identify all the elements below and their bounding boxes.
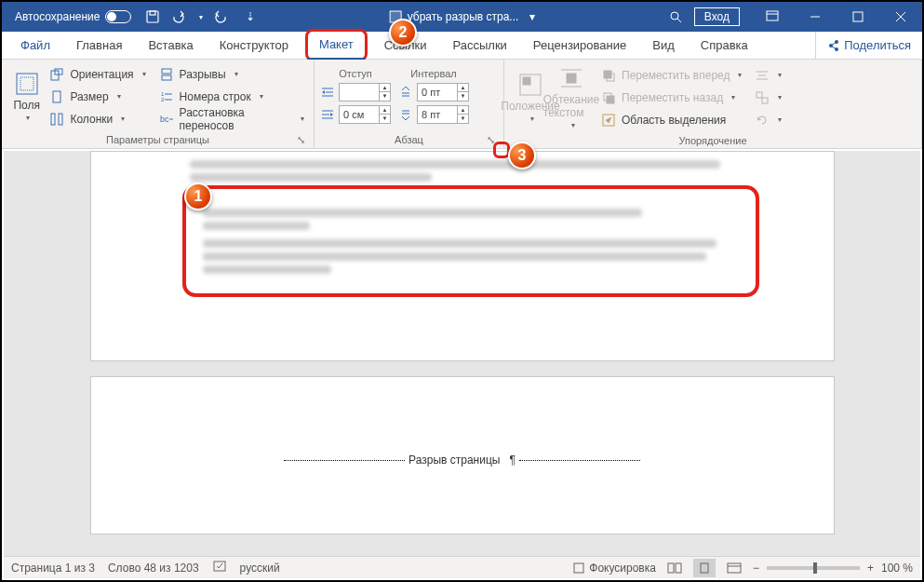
svg-rect-21 xyxy=(162,69,171,74)
status-bar: Страница 1 из 3 Слово 48 из 1203 русский… xyxy=(4,556,920,578)
svg-rect-56 xyxy=(668,563,674,573)
tab-help[interactable]: Справка xyxy=(688,32,761,59)
margins-icon xyxy=(14,71,40,97)
svg-line-4 xyxy=(677,19,681,22)
word-count[interactable]: Слово 48 из 1203 xyxy=(108,562,199,575)
margins-button[interactable]: Поля ▾ xyxy=(7,61,46,131)
redo-button[interactable] xyxy=(212,8,229,25)
svg-rect-52 xyxy=(757,92,762,98)
proofing-button[interactable] xyxy=(212,559,227,576)
tab-home[interactable]: Главная xyxy=(63,32,135,59)
hyphenation-button[interactable]: bcРасстановка переносов▾ xyxy=(155,108,308,130)
read-mode-button[interactable] xyxy=(663,559,686,577)
columns-icon xyxy=(49,112,64,127)
minimize-button[interactable] xyxy=(794,2,837,32)
svg-rect-14 xyxy=(17,74,37,94)
svg-point-13 xyxy=(835,47,838,51)
svg-rect-44 xyxy=(604,71,611,78)
selection-pane-icon xyxy=(601,113,616,128)
ribbon-display-button[interactable] xyxy=(751,2,794,32)
svg-point-12 xyxy=(835,40,838,44)
svg-rect-0 xyxy=(147,11,158,22)
title-right: Вход xyxy=(657,2,922,32)
indent-left-input[interactable]: ▲▼ xyxy=(339,83,391,102)
align-icon xyxy=(755,68,770,83)
indent-left-icon xyxy=(320,85,335,100)
align-button: ▾ xyxy=(751,64,785,87)
group-label-paragraph: Абзац ⤡ xyxy=(320,131,498,148)
zoom-level[interactable]: 100 % xyxy=(881,562,913,575)
title-bar: Автосохранение ▾ ⇣ убрать разрыв стра...… xyxy=(2,2,922,32)
send-backward-button: Переместить назад▾ xyxy=(597,87,745,109)
share-button[interactable]: Поделиться xyxy=(815,32,922,59)
orientation-button[interactable]: Ориентация▾ xyxy=(46,63,149,86)
qat-customize[interactable]: ⇣ xyxy=(246,10,255,23)
page-setup-launcher[interactable]: ⤡ xyxy=(295,134,306,145)
rotate-button: ▾ xyxy=(751,109,785,131)
svg-rect-5 xyxy=(767,11,778,20)
tab-layout-highlight: Макет xyxy=(305,29,368,61)
indent-right-input[interactable]: 0 см▲▼ xyxy=(339,105,391,124)
share-icon xyxy=(827,39,840,52)
maximize-button[interactable] xyxy=(837,2,879,32)
page-indicator[interactable]: Страница 1 из 3 xyxy=(11,562,95,575)
callout-2: 2 xyxy=(389,19,417,47)
tab-review[interactable]: Рецензирование xyxy=(520,32,639,59)
svg-rect-19 xyxy=(51,114,55,125)
zoom-slider[interactable] xyxy=(767,566,860,570)
language-indicator[interactable]: русский xyxy=(240,562,280,575)
svg-rect-20 xyxy=(59,114,62,125)
svg-text:2: 2 xyxy=(161,97,165,102)
position-icon xyxy=(517,72,543,98)
login-button[interactable]: Вход xyxy=(694,7,740,26)
columns-button[interactable]: Колонки▾ xyxy=(46,108,149,130)
tab-view[interactable]: Вид xyxy=(639,32,688,59)
space-after-icon xyxy=(398,107,413,122)
tab-design[interactable]: Конструктор xyxy=(207,32,301,59)
zoom-in-button[interactable]: + xyxy=(867,562,874,575)
indent-label: Отступ xyxy=(320,68,391,79)
ribbon: Поля ▾ Ориентация▾ Размер▾ Колонки▾ Разр… xyxy=(2,60,922,149)
spacing-label: Интервал xyxy=(398,68,469,79)
svg-rect-59 xyxy=(728,563,741,573)
document-area[interactable]: Разрыв страницы ¶ xyxy=(4,151,920,558)
search-button[interactable] xyxy=(657,9,694,24)
space-after-input[interactable]: 8 пт▲▼ xyxy=(417,105,469,124)
tab-mailings[interactable]: Рассылки xyxy=(439,32,519,59)
group-label-page-setup: Параметры страницы ⤡ xyxy=(7,131,308,148)
breaks-button[interactable]: Разрывы▾ xyxy=(155,63,308,86)
line-numbers-button[interactable]: 12Номера строк▾ xyxy=(155,86,308,108)
focus-mode-button[interactable]: Фокусировка xyxy=(572,562,656,575)
wrap-text-icon xyxy=(558,65,584,91)
chevron-down-icon[interactable]: ▾ xyxy=(199,13,203,21)
bring-forward-icon xyxy=(601,68,616,83)
group-arrange: Положение▾ Обтекание текстом▾ Переместит… xyxy=(504,60,922,148)
group-page-setup: Поля ▾ Ориентация▾ Размер▾ Колонки▾ Разр… xyxy=(2,60,315,148)
space-before-input[interactable]: 0 пт▲▼ xyxy=(417,83,469,102)
svg-rect-41 xyxy=(567,74,576,83)
close-button[interactable] xyxy=(879,2,922,32)
space-before-icon xyxy=(398,85,413,100)
print-layout-button[interactable] xyxy=(693,559,716,577)
save-button[interactable] xyxy=(144,8,161,25)
zoom-out-button[interactable]: − xyxy=(753,562,759,575)
page-2[interactable]: Разрыв страницы ¶ xyxy=(90,376,835,535)
undo-button[interactable] xyxy=(170,8,187,25)
selection-pane-button[interactable]: Область выделения xyxy=(597,109,745,131)
autosave-toggle[interactable]: Автосохранение xyxy=(2,10,131,23)
line-numbers-icon: 12 xyxy=(159,89,174,104)
svg-rect-57 xyxy=(676,563,681,573)
tab-insert[interactable]: Вставка xyxy=(135,32,206,59)
svg-text:bc: bc xyxy=(160,115,169,124)
svg-rect-22 xyxy=(162,75,171,80)
tab-file[interactable]: Файл xyxy=(7,32,63,59)
breaks-icon xyxy=(159,67,174,82)
size-button[interactable]: Размер▾ xyxy=(46,86,149,108)
web-layout-button[interactable] xyxy=(723,559,745,577)
svg-rect-53 xyxy=(762,98,768,103)
svg-rect-1 xyxy=(150,11,155,15)
svg-rect-55 xyxy=(574,563,583,573)
tab-layout[interactable]: Макет xyxy=(308,32,365,60)
svg-rect-15 xyxy=(20,77,33,90)
svg-point-11 xyxy=(829,44,833,47)
